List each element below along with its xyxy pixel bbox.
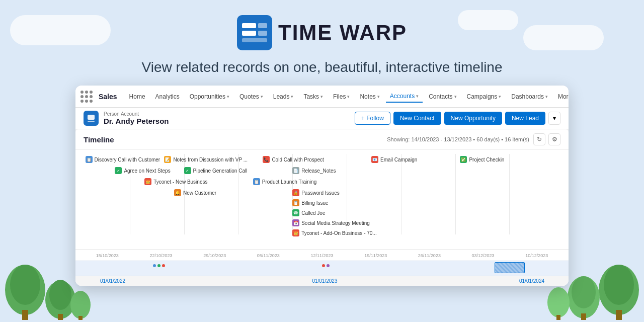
timeline-showing-text: Showing: 14/10/2023 - 13/12/2023 • 60 da… xyxy=(387,136,529,142)
nav-brand: Sales xyxy=(99,93,117,101)
nav-item-opportunities[interactable]: Opportunities ▾ xyxy=(186,91,233,102)
event-agree-next-steps[interactable]: ✓ Agree on Next Steps xyxy=(115,167,170,174)
event-billing-issue[interactable]: 📋 Billing Issue xyxy=(292,199,328,206)
nav-item-quotes[interactable]: Quotes ▾ xyxy=(235,91,267,102)
timeline-meta: Showing: 14/10/2023 - 13/12/2023 • 60 da… xyxy=(387,133,560,145)
nav-item-notes[interactable]: Notes ▾ xyxy=(356,91,383,102)
svg-rect-10 xyxy=(616,310,622,320)
event-tyconet-new-business[interactable]: 👑 Tyconet - New Business xyxy=(144,178,207,185)
timeline-ruler: 15/10/2023 22/10/2023 29/10/2023 05/11/2… xyxy=(75,250,569,258)
ruler-date-7: 26/11/2023 xyxy=(403,252,456,258)
ruler-date-6: 19/11/2023 xyxy=(349,252,403,258)
svg-rect-13 xyxy=(581,313,586,320)
event-called-joe[interactable]: ☎ Called Joe xyxy=(292,209,325,216)
event-discovery-call[interactable]: 📋 Discovery Call with Customer xyxy=(86,156,160,163)
event-cold-call[interactable]: 📞 Cold Call with Prospect xyxy=(263,156,324,163)
tagline: View related records on one, beautiful, … xyxy=(142,59,503,75)
account-info: Person Account Dr. Andy Peterson xyxy=(104,111,350,125)
new-lead-button[interactable]: New Lead xyxy=(505,112,545,125)
year-label-2023: 01/01/2023 xyxy=(312,278,337,284)
new-contact-button[interactable]: New Contact xyxy=(393,112,441,125)
event-password-issues[interactable]: 🔒 Password Issues xyxy=(292,189,340,196)
event-email-campaign[interactable]: 📧 Email Campaign xyxy=(371,156,417,163)
timeline-controls: ↻ ⚙ xyxy=(533,133,560,145)
year-area: 01/01/2022 01/01/2023 01/01/2024 xyxy=(75,276,569,286)
logo-text: TIME WARP xyxy=(278,21,407,45)
nav-item-leads[interactable]: Leads ▾ xyxy=(269,91,298,102)
svg-rect-7 xyxy=(78,316,83,320)
ruler-date-4: 05/11/2023 xyxy=(242,252,295,258)
logo-row: TIME WARP xyxy=(237,15,407,50)
timeline-header: Timeline Showing: 14/10/2023 - 13/12/202… xyxy=(75,129,569,150)
ruler-date-9: 10/12/2023 xyxy=(510,252,564,258)
nav-item-contacts[interactable]: Contacts ▾ xyxy=(425,91,460,102)
year-label-2024: 01/01/2024 xyxy=(519,278,544,284)
ruler-date-8: 03/12/2023 xyxy=(456,252,510,258)
svg-rect-17 xyxy=(88,121,95,122)
event-social-media[interactable]: 📅 Social Media Strategy Meeting xyxy=(292,219,370,226)
nav-item-campaigns[interactable]: Campaigns ▾ xyxy=(463,91,506,102)
ruler-date-5: 12/11/2023 xyxy=(295,252,349,258)
header-buttons: + Follow New Contact New Opportunity New… xyxy=(355,112,560,125)
more-actions-button[interactable]: ▾ xyxy=(548,112,560,125)
svg-rect-2 xyxy=(22,310,28,320)
year-label-2022: 01/01/2022 xyxy=(100,278,125,284)
event-tyconet-addon[interactable]: 👑 Tyconet - Add-On Business - 70... xyxy=(292,229,377,236)
nav-item-analytics[interactable]: Analytics xyxy=(151,91,184,102)
logo-icon xyxy=(237,15,272,50)
timeline-title: Timeline xyxy=(84,135,114,144)
svg-rect-15 xyxy=(556,315,560,320)
filter-button[interactable]: ⚙ xyxy=(548,133,560,145)
event-new-customer[interactable]: 🔔 New Customer xyxy=(174,189,216,196)
follow-button[interactable]: + Follow xyxy=(355,112,390,125)
event-notes-discussion[interactable]: 📝 Notes from Discussion with VP ... xyxy=(164,156,248,163)
event-release-notes[interactable]: 📄 Release_Notes xyxy=(292,167,336,174)
ruler-date-1: 15/10/2023 xyxy=(80,252,134,258)
account-label: Person Account xyxy=(104,111,350,117)
nav-item-more[interactable]: More ▾ xyxy=(554,91,569,102)
timeline-chart: 📋 Discovery Call with Customer 📝 Notes f… xyxy=(75,150,569,261)
account-name: Dr. Andy Peterson xyxy=(104,117,350,125)
mini-timeline[interactable] xyxy=(75,261,569,276)
nav-item-dashboards[interactable]: Dashboards ▾ xyxy=(507,91,552,102)
nav-bar: Sales Home Analytics Opportunities ▾ Quo… xyxy=(75,86,569,108)
event-pipeline-generation[interactable]: ✓ Pipeline Generation Call xyxy=(184,167,248,174)
ruler-date-3: 29/10/2023 xyxy=(188,252,242,258)
nav-item-home[interactable]: Home xyxy=(125,91,149,102)
account-icon xyxy=(84,111,99,126)
nav-item-accounts[interactable]: Accounts ▾ xyxy=(386,91,423,103)
nav-item-tasks[interactable]: Tasks ▾ xyxy=(299,91,327,102)
svg-rect-5 xyxy=(58,314,63,320)
svg-rect-16 xyxy=(88,115,95,120)
app-window: Sales Home Analytics Opportunities ▾ Quo… xyxy=(75,86,569,286)
svg-point-6 xyxy=(70,291,91,319)
timeline-section: Timeline Showing: 14/10/2023 - 13/12/202… xyxy=(75,129,569,286)
nav-item-files[interactable]: Files ▾ xyxy=(329,91,354,102)
event-product-launch[interactable]: 📋 Product Launch Training xyxy=(253,178,316,185)
svg-point-14 xyxy=(547,287,570,317)
sub-header: Person Account Dr. Andy Peterson + Follo… xyxy=(75,108,569,129)
refresh-button[interactable]: ↻ xyxy=(533,133,545,145)
header: TIME WARP View related records on one, b… xyxy=(0,0,644,286)
event-project-checkin[interactable]: ✅ Project Checkin xyxy=(460,156,504,163)
ruler-date-2: 22/10/2023 xyxy=(134,252,188,258)
nav-dots-icon xyxy=(80,91,93,103)
new-opportunity-button[interactable]: New Opportunity xyxy=(444,112,502,125)
